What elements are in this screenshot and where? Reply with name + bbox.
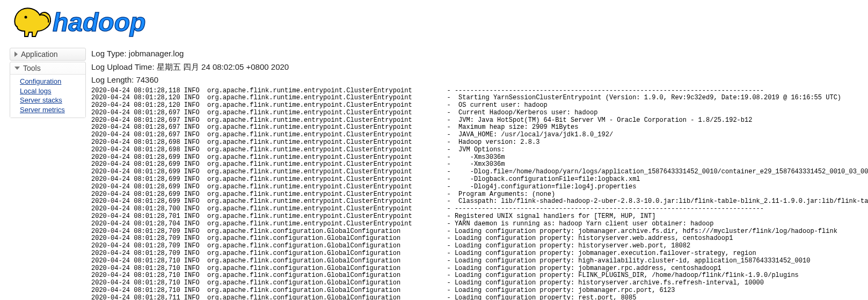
log-length-value: 74360 [136,75,158,84]
sidebar-section-label: Application [21,50,58,58]
log-length-label: Log Length: [91,75,134,84]
sidebar-tools-body: Configuration Local logs Server stacks S… [10,74,85,118]
log-length-row: Log Length: 74360 [91,74,864,86]
sidebar-link-configuration[interactable]: Configuration [20,77,83,86]
log-type-value: jobmanager.log [129,49,184,58]
log-upload-row: Log Upload Time: 星期五 四月 24 08:02:05 +080… [91,61,864,74]
log-text: 2020-04-24 08:01:28,118 INFO org.apache.… [91,87,864,301]
log-upload-label: Log Upload Time: [91,62,155,71]
sidebar-link-server-metrics[interactable]: Server metrics [20,105,83,115]
log-type-label: Log Type: [91,49,127,58]
svg-point-0 [25,16,27,19]
sidebar-section-application[interactable]: Application [10,48,86,61]
sidebar-section-label: Tools [23,64,41,72]
sidebar-link-server-stacks[interactable]: Server stacks [20,96,83,105]
hadoop-logo: hadoop [10,3,165,45]
log-type-row: Log Type: jobmanager.log [91,48,864,60]
sidebar-section-tools[interactable]: Tools Configuration Local logs Server st… [10,62,86,118]
log-upload-value: 星期五 四月 24 08:02:05 +0800 2020 [157,62,289,71]
chevron-right-icon [14,52,18,57]
sidebar: Application Tools Configuration Local lo… [10,48,86,119]
chevron-down-icon [14,67,20,70]
log-content: Log Type: jobmanager.log Log Upload Time… [91,48,864,300]
sidebar-link-local-logs[interactable]: Local logs [20,86,83,96]
svg-text:hadoop: hadoop [53,8,145,36]
